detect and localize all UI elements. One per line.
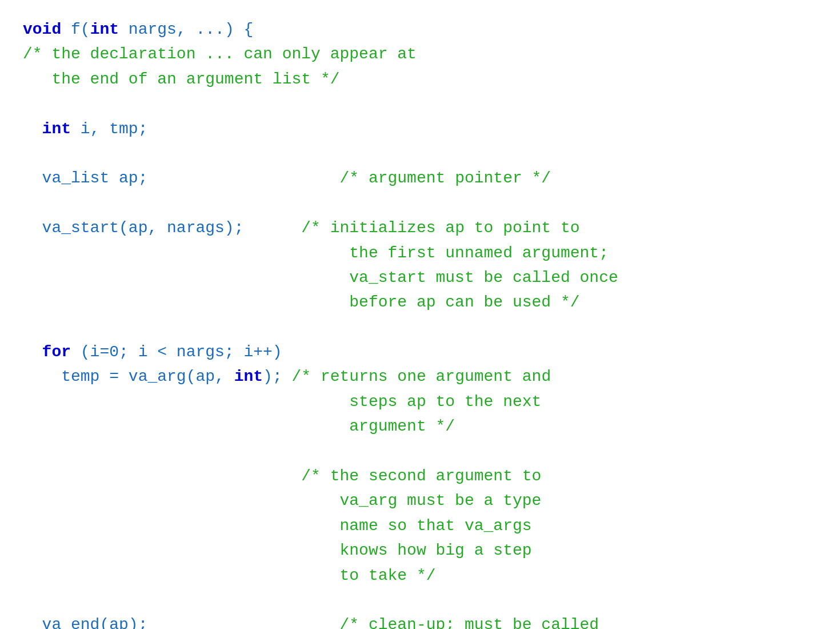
comment-va-arg-2: steps ap to the next — [23, 393, 541, 411]
code-text: f( — [61, 21, 90, 38]
keyword-for: for — [23, 343, 71, 361]
comment-second-5: to take */ — [23, 567, 436, 584]
keyword-int-2: int — [42, 120, 71, 138]
comment-va-end-1: /* clean-up; must be called — [340, 616, 599, 629]
comment-va-start-3: va_start must be called once — [23, 269, 618, 286]
line-14: /* the second argument to — [23, 464, 817, 488]
blank-2 — [23, 141, 817, 166]
line-15: va_arg must be a type — [23, 488, 817, 513]
keyword-int-3: int — [234, 368, 263, 385]
blank-4 — [23, 315, 817, 340]
line-3: the end of an argument list */ — [23, 67, 817, 91]
comment-ap: /* argument pointer */ — [340, 169, 551, 187]
line-6: va_start(ap, narags); /* initializes ap … — [23, 216, 817, 240]
line-17: knows how big a step — [23, 538, 817, 563]
line-12: steps ap to the next — [23, 389, 817, 414]
code-indent — [23, 120, 42, 138]
line-13: argument */ — [23, 414, 817, 439]
va-arg: temp = va_arg(ap, — [23, 368, 234, 385]
blank-3 — [23, 191, 817, 216]
line-7: the first unnamed argument; — [23, 241, 817, 265]
va-arg-end: ); — [263, 368, 291, 385]
comment-1: /* the declaration ... can only appear a… — [23, 45, 417, 63]
blank-5 — [23, 439, 817, 464]
va-start: va_start(ap, narags); — [23, 219, 301, 237]
keyword-int-1: int — [90, 21, 119, 38]
for-loop: (i=0; i < nargs; i++) — [71, 343, 282, 361]
comment-second-1: /* the second argument to — [23, 467, 541, 485]
keyword-void: void — [23, 21, 61, 38]
line-11: temp = va_arg(ap, int); /* returns one a… — [23, 364, 817, 389]
comment-second-4: knows how big a step — [23, 542, 532, 559]
blank-1 — [23, 91, 817, 116]
comment-2: the end of an argument list */ — [23, 70, 340, 88]
comment-va-start-1: /* initializes ap to point to — [301, 219, 579, 237]
comment-second-3: name so that va_args — [23, 517, 532, 535]
comment-va-arg-3: argument */ — [23, 417, 455, 435]
comment-va-arg-1: /* returns one argument and — [292, 368, 551, 385]
line-10: for (i=0; i < nargs; i++) — [23, 340, 817, 364]
code-text: nargs, ...) { — [119, 21, 253, 38]
line-1: void f(int nargs, ...) { — [23, 17, 817, 42]
comment-va-start-2: the first unnamed argument; — [23, 244, 609, 262]
line-2: /* the declaration ... can only appear a… — [23, 42, 817, 66]
code-text-2: i, tmp; — [71, 120, 147, 138]
line-5: va_list ap; /* argument pointer */ — [23, 166, 817, 190]
line-8: va_start must be called once — [23, 265, 817, 290]
code-block: void f(int nargs, ...) { /* the declarat… — [23, 17, 817, 629]
va-end: va_end(ap); — [23, 616, 340, 629]
line-16: name so that va_args — [23, 513, 817, 538]
blank-6 — [23, 588, 817, 612]
va-list: va_list ap; — [23, 169, 340, 187]
comment-second-2: va_arg must be a type — [23, 492, 541, 509]
comment-va-start-4: before ap can be used */ — [23, 293, 580, 311]
line-4: int i, tmp; — [23, 117, 817, 141]
line-19: va_end(ap); /* clean-up; must be called — [23, 612, 817, 629]
line-18: to take */ — [23, 563, 817, 588]
line-9: before ap can be used */ — [23, 290, 817, 314]
